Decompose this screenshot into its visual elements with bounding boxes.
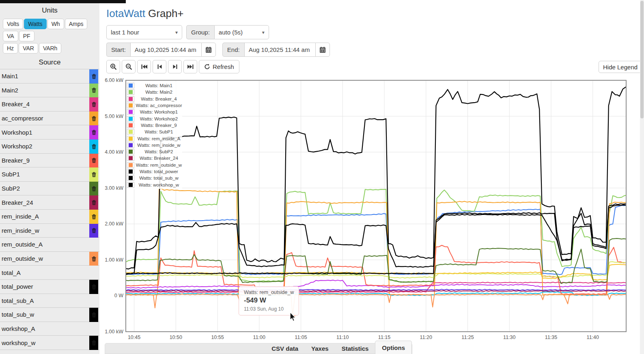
tab-statistics[interactable]: Statistics <box>335 343 375 354</box>
trash-icon <box>92 130 96 135</box>
start-datetime-input[interactable]: Aug 10,2025 10:44 am <box>130 43 201 57</box>
source-item-Workshop2[interactable]: Workshop2 <box>0 139 99 154</box>
remove-trace-button-ac_compressor[interactable] <box>89 112 98 126</box>
legend-label: Watts: rem_outside_w <box>136 163 182 167</box>
x-axis-tick-label: 10:50 <box>170 335 182 340</box>
end-calendar-button[interactable] <box>315 43 330 57</box>
source-item-Main1[interactable]: Main1 <box>0 69 99 84</box>
legend-swatch-cell <box>127 169 134 174</box>
legend-label: Watts: Breaker_9 <box>136 123 182 128</box>
remove-trace-button-Workshop1[interactable] <box>89 125 98 139</box>
unit-button-var[interactable]: VAR <box>19 43 38 54</box>
remove-trace-button-rem_inside_A[interactable] <box>89 210 98 224</box>
mouse-cursor <box>289 312 298 323</box>
remove-trace-button-Workshop2[interactable] <box>89 139 98 154</box>
source-label: SubP2 <box>2 185 20 192</box>
legend-swatch-cell <box>127 109 134 115</box>
start-calendar-button[interactable] <box>201 43 216 57</box>
legend-swatch-cell <box>127 149 134 154</box>
source-item-ac_compressor[interactable]: ac_compressor <box>0 112 99 126</box>
jump-to-end-button[interactable] <box>183 60 197 73</box>
tab-yaxes[interactable]: Yaxes <box>305 343 335 354</box>
legend-label: Watts: Breaker_4 <box>136 97 182 101</box>
remove-trace-button-Breaker_9[interactable] <box>89 154 98 168</box>
remove-trace-button-total_power[interactable] <box>89 280 98 294</box>
zoom-out-button[interactable] <box>122 60 136 73</box>
source-item-Breaker_24[interactable]: Breaker_24 <box>0 195 99 210</box>
unit-button-va[interactable]: VA <box>3 31 18 41</box>
source-item-rem_outside_A[interactable]: rem_outside_A <box>0 238 99 252</box>
source-label: rem_outside_w <box>2 255 43 262</box>
source-label: SubP1 <box>2 171 20 178</box>
start-label: Start: <box>106 43 130 57</box>
x-axis-tick-label: 11:05 <box>295 335 307 340</box>
source-item-rem_outside_w[interactable]: rem_outside_w <box>0 252 99 266</box>
tab-csv-data[interactable]: CSV data <box>265 343 305 354</box>
source-item-total_sub_w[interactable]: total_sub_w <box>0 308 99 322</box>
page-title-rest: Graph+ <box>145 7 184 19</box>
legend-swatch-cell <box>127 116 134 122</box>
legend-swatch-cell <box>127 129 134 135</box>
chart-legend: Watts: Main1Watts: Main2Watts: Breaker_4… <box>127 82 182 189</box>
source-item-total_power[interactable]: total_power <box>0 280 99 294</box>
source-item-Breaker_4[interactable]: Breaker_4 <box>0 97 99 112</box>
remove-trace-button-Main1[interactable] <box>89 69 98 84</box>
trash-icon <box>92 186 96 191</box>
source-item-total_sub_A[interactable]: total_sub_A <box>0 294 99 308</box>
step-forward-icon <box>173 64 177 69</box>
chevron-down-icon: ▾ <box>262 30 265 35</box>
step-back-button[interactable] <box>153 60 166 73</box>
unit-button-varh[interactable]: VARh <box>39 43 62 54</box>
remove-trace-button-rem_outside_w[interactable] <box>89 252 98 266</box>
trash-icon <box>92 74 96 79</box>
source-item-Workshop1[interactable]: Workshop1 <box>0 125 99 139</box>
unit-button-hz[interactable]: Hz <box>3 43 18 54</box>
remove-trace-button-rem_inside_w[interactable] <box>89 224 98 238</box>
legend-label: Watts: workshop_w <box>136 182 182 187</box>
source-item-workshop_A[interactable]: workshop_A <box>0 322 99 336</box>
step-forward-button[interactable] <box>168 60 182 73</box>
end-datetime-input[interactable]: Aug 10,2025 11:44 am <box>244 43 315 57</box>
remove-trace-button-workshop_w[interactable] <box>89 336 98 350</box>
legend-swatch-cell <box>127 96 134 102</box>
remove-trace-button-SubP2[interactable] <box>89 182 98 196</box>
source-item-Breaker_9[interactable]: Breaker_9 <box>0 154 99 168</box>
remove-trace-button-SubP1[interactable] <box>89 167 98 182</box>
tab-options[interactable]: Options <box>375 341 412 354</box>
x-axis-tick-label: 11:20 <box>420 335 432 340</box>
zoom-in-button[interactable] <box>106 60 120 73</box>
power-line-chart[interactable]: 6.00 kW5.00 kW4.00 kW3.00 kW2.00 kW1.00 … <box>105 77 634 345</box>
remove-trace-button-total_sub_w[interactable] <box>89 308 98 322</box>
scrollbar-thumb[interactable] <box>640 1 644 118</box>
source-item-rem_inside_w[interactable]: rem_inside_w <box>0 224 99 238</box>
units-title: Units <box>0 3 99 17</box>
refresh-button[interactable]: Refresh <box>199 60 239 73</box>
unit-button-watts[interactable]: Watts <box>24 19 46 29</box>
source-item-Main2[interactable]: Main2 <box>0 84 99 98</box>
trash-icon <box>92 256 96 262</box>
trash-icon <box>92 158 96 163</box>
source-item-rem_inside_A[interactable]: rem_inside_A <box>0 210 99 224</box>
x-axis-tick-label: 10:55 <box>211 335 224 340</box>
time-range-select[interactable]: last 1 hour ▾ <box>106 25 182 39</box>
unit-button-amps[interactable]: Amps <box>65 19 88 29</box>
trash-icon <box>92 88 96 93</box>
series-color-swatch <box>129 150 133 154</box>
remove-trace-button-Main2[interactable] <box>89 84 98 98</box>
unit-button-wh[interactable]: Wh <box>47 19 64 29</box>
chart-plot-area[interactable]: 6.00 kW5.00 kW4.00 kW3.00 kW2.00 kW1.00 … <box>105 77 634 345</box>
hide-legend-button[interactable]: Hide Legend <box>599 61 642 73</box>
jump-to-start-button[interactable] <box>137 60 151 73</box>
source-item-workshop_w[interactable]: workshop_w <box>0 336 99 350</box>
legend-swatch-cell <box>127 136 134 142</box>
series-color-swatch <box>129 103 133 107</box>
unit-button-pf[interactable]: PF <box>19 31 34 41</box>
source-item-SubP2[interactable]: SubP2 <box>0 182 99 196</box>
source-item-total_A[interactable]: total_A <box>0 266 99 280</box>
group-select[interactable]: auto (5s) ▾ <box>214 25 269 39</box>
unit-button-volts[interactable]: Volts <box>3 19 23 29</box>
remove-trace-button-Breaker_4[interactable] <box>89 97 98 112</box>
scrollbar[interactable] <box>640 0 644 354</box>
remove-trace-button-Breaker_24[interactable] <box>89 195 98 210</box>
source-item-SubP1[interactable]: SubP1 <box>0 167 99 182</box>
